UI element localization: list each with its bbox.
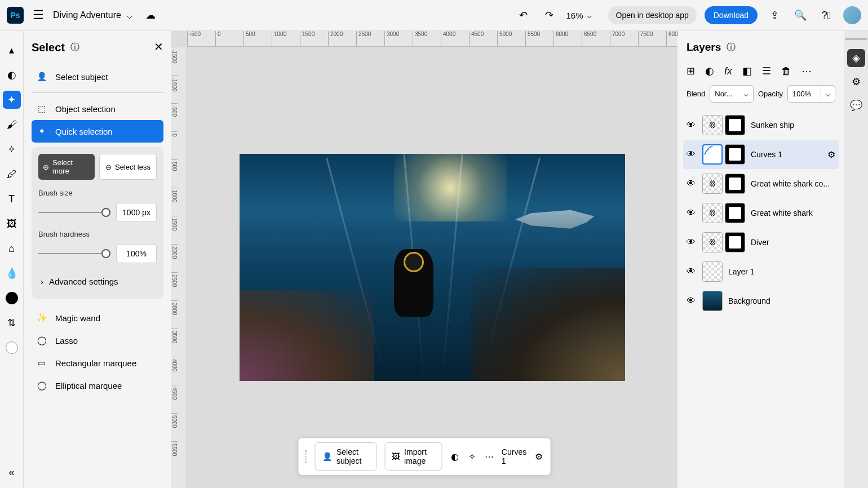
layer-row[interactable]: 👁Layer 1: [683, 257, 839, 286]
add-layer-icon[interactable]: ⊞: [687, 65, 695, 77]
ellipse-marquee-item[interactable]: ◯ Elliptical marquee: [32, 374, 163, 397]
magic-wand-item[interactable]: ✨ Magic wand: [32, 307, 163, 329]
lasso-item[interactable]: ◯ Lasso: [32, 329, 163, 352]
layer-row[interactable]: 👁Great white shark: [683, 198, 839, 228]
canvas-viewport[interactable]: [187, 47, 677, 488]
layer-mask-thumb[interactable]: [725, 174, 745, 194]
brush-size-input[interactable]: [116, 203, 157, 222]
adjustment-layer-icon[interactable]: ◐: [705, 65, 714, 77]
eyedropper-tool[interactable]: 💧: [3, 264, 21, 282]
zoom-value: 16%: [566, 11, 583, 20]
document-title[interactable]: Diving Adventure ⌵: [53, 10, 132, 21]
layer-row[interactable]: 👁Great white shark co...: [683, 169, 839, 198]
background-color[interactable]: [3, 339, 21, 357]
properties-tab-icon[interactable]: ⚙: [847, 73, 865, 91]
more-icon[interactable]: ⋯: [485, 450, 494, 463]
brush-tool[interactable]: 🖌: [3, 116, 21, 134]
crop-tool[interactable]: ⌂: [3, 239, 21, 258]
layer-mask-thumb[interactable]: [725, 115, 745, 135]
visibility-toggle-icon[interactable]: 👁: [687, 208, 697, 218]
layer-mask-thumb[interactable]: [725, 144, 745, 165]
info-icon[interactable]: ⓘ: [727, 42, 736, 54]
open-desktop-button[interactable]: Open in desktop app: [608, 6, 697, 24]
vertical-ruler[interactable]: -1500-1000-50005001000150020002500300035…: [171, 47, 187, 488]
visibility-toggle-icon[interactable]: 👁: [687, 296, 697, 306]
layer-thumb[interactable]: [702, 115, 723, 135]
layers-tab-icon[interactable]: ◈: [847, 49, 865, 67]
foreground-color[interactable]: [3, 289, 21, 307]
layer-row[interactable]: 👁Curves 1⚙: [683, 140, 839, 169]
rail-drag-handle[interactable]: [845, 38, 867, 40]
mask-icon[interactable]: ◧: [742, 65, 752, 77]
layer-settings-icon[interactable]: ⚙: [827, 149, 835, 160]
layer-stack-icon[interactable]: ☰: [762, 65, 771, 77]
chevron-down-icon[interactable]: ⌵: [821, 86, 835, 102]
user-avatar[interactable]: [843, 6, 861, 24]
ellipse-marquee-icon: ◯: [36, 380, 47, 391]
blend-mode-select[interactable]: Nor... ⌵: [710, 85, 754, 103]
select-more-button[interactable]: ⊕ Select more: [38, 154, 95, 180]
info-icon[interactable]: ⓘ: [70, 42, 79, 54]
redo-icon[interactable]: ↷: [540, 6, 558, 24]
close-icon[interactable]: ✕: [154, 40, 163, 54]
fx-icon[interactable]: fx: [724, 65, 732, 77]
layer-thumb[interactable]: [702, 174, 723, 194]
adjust-icon[interactable]: ◐: [450, 450, 459, 463]
collapse-tools-icon[interactable]: «: [3, 463, 21, 481]
layer-thumb[interactable]: [702, 261, 723, 282]
layer-thumb[interactable]: [702, 203, 723, 223]
quick-selection-item[interactable]: ✦ Quick selection: [32, 120, 163, 143]
paint-tool[interactable]: 🖊: [3, 165, 21, 183]
ctx-import-image-button[interactable]: 🖼 Import image: [384, 442, 442, 471]
select-tool[interactable]: ✦: [3, 91, 21, 109]
ai-sparkle-icon[interactable]: ✧: [467, 450, 476, 463]
advanced-settings-toggle[interactable]: › Advanced settings: [38, 271, 157, 292]
settings-sliders-icon[interactable]: ⚙: [534, 450, 543, 463]
select-less-button[interactable]: ⊖ Select less: [99, 154, 157, 180]
zoom-control[interactable]: 16% ⌵: [566, 10, 591, 20]
visibility-toggle-icon[interactable]: 👁: [687, 267, 697, 277]
search-icon[interactable]: 🔍: [791, 6, 809, 24]
trash-icon[interactable]: 🗑: [781, 65, 791, 77]
download-button[interactable]: Download: [705, 6, 758, 24]
ctx-select-subject-button[interactable]: 👤 Select subject: [315, 442, 377, 471]
text-tool[interactable]: T: [3, 190, 21, 208]
visibility-toggle-icon[interactable]: 👁: [687, 237, 697, 247]
adjust-tool[interactable]: ◐: [3, 66, 21, 84]
move-tool[interactable]: ▴: [3, 41, 21, 59]
visibility-toggle-icon[interactable]: 👁: [687, 120, 697, 130]
brush-size-slider[interactable]: [38, 212, 110, 213]
layer-thumb[interactable]: [702, 232, 723, 252]
visibility-toggle-icon[interactable]: 👁: [687, 179, 697, 189]
layer-mask-thumb[interactable]: [725, 203, 745, 223]
opacity-control[interactable]: 100% ⌵: [787, 85, 835, 103]
layer-thumb[interactable]: [702, 144, 723, 165]
horizontal-ruler[interactable]: -500050010001500200025003000350040004500…: [187, 31, 677, 47]
share-icon[interactable]: ⇪: [765, 6, 783, 24]
app-logo[interactable]: Ps: [7, 7, 24, 24]
layer-thumb[interactable]: [702, 291, 723, 311]
image-tool[interactable]: 🖼: [3, 215, 21, 233]
more-icon[interactable]: ⋯: [801, 65, 812, 77]
brush-hardness-input[interactable]: [116, 244, 157, 263]
hamburger-menu-icon[interactable]: ☰: [33, 8, 44, 23]
rect-marquee-item[interactable]: ▭ Rectangular marquee: [32, 352, 163, 374]
swap-colors-icon[interactable]: ⇅: [3, 314, 21, 332]
drag-handle-icon[interactable]: [305, 450, 307, 463]
undo-icon[interactable]: ↶: [514, 6, 532, 24]
comments-tab-icon[interactable]: 💬: [847, 96, 865, 114]
layer-row[interactable]: 👁Background: [683, 286, 839, 316]
layer-row[interactable]: 👁Diver: [683, 228, 839, 257]
layer-row[interactable]: 👁Sunken ship: [683, 110, 839, 140]
layer-mask-thumb[interactable]: [725, 232, 745, 252]
visibility-toggle-icon[interactable]: 👁: [687, 149, 697, 159]
select-subject-item[interactable]: 👤 Select subject: [32, 65, 163, 88]
object-selection-item[interactable]: ⬚ Object selection: [32, 97, 163, 120]
help-icon[interactable]: ?⃝: [817, 6, 835, 24]
cloud-icon[interactable]: ☁: [141, 6, 160, 24]
brush-hardness-slider[interactable]: [38, 253, 110, 254]
tool-strip: ▴ ◐ ✦ 🖌 ✧ 🖊 T 🖼 ⌂ 💧 ⇅ «: [0, 31, 24, 488]
select-item-label: Select subject: [55, 72, 108, 82]
ai-tool[interactable]: ✧: [3, 140, 21, 158]
lasso-icon: ◯: [36, 335, 47, 346]
